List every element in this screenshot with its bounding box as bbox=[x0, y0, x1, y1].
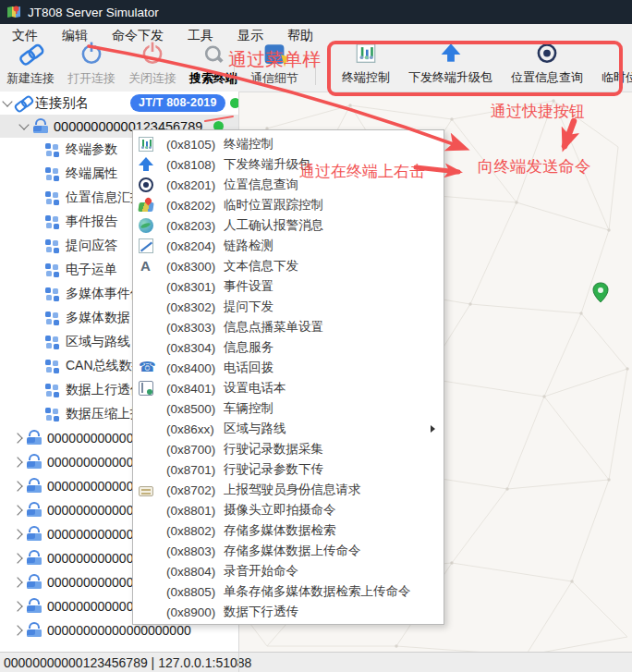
toolbar-button-label: 临时位置跟踪控制 bbox=[602, 69, 632, 86]
command-label: 设置电话本 bbox=[224, 380, 286, 397]
terminal-icon bbox=[27, 527, 42, 542]
context-menu-item[interactable]: (0x8300) 文本信息下发 bbox=[133, 256, 444, 276]
toolbar-button[interactable]: 下发终端升级包 bbox=[399, 48, 502, 91]
phone-icon bbox=[139, 360, 153, 375]
command-code: (0x8802) bbox=[166, 524, 224, 538]
context-menu-item[interactable]: (0x8700) 行驶记录数据采集 bbox=[133, 439, 444, 459]
context-menu-item[interactable]: (0x86xx) 区域与路线 bbox=[133, 419, 444, 439]
toolbar-button-label: 新建连接 bbox=[6, 70, 55, 87]
title-bar: JT808 Server Simulator bbox=[0, 0, 632, 24]
target-icon bbox=[139, 177, 153, 192]
context-menu-item[interactable]: (0x8202) 临时位置跟踪控制 bbox=[133, 195, 444, 215]
chevron-right-icon[interactable] bbox=[12, 553, 22, 563]
toolbar-button-label: 通信细节 bbox=[250, 70, 298, 87]
context-menu-item[interactable]: (0x8801) 摄像头立即拍摄命令 bbox=[133, 500, 444, 520]
tree-item-label: 终端参数 bbox=[66, 141, 117, 158]
context-menu-item[interactable]: (0x8301) 事件设置 bbox=[133, 276, 444, 297]
category-cubes-icon bbox=[44, 238, 59, 253]
context-menu-item[interactable]: (0x8303) 信息点播菜单设置 bbox=[133, 317, 444, 337]
globe-icon bbox=[139, 218, 153, 233]
sliders-icon bbox=[139, 137, 153, 152]
command-label: 录音开始命令 bbox=[224, 563, 298, 580]
chevron-right-icon[interactable] bbox=[12, 481, 22, 491]
chevron-right-icon[interactable] bbox=[12, 505, 22, 515]
tree-root-connection[interactable]: 连接别名 JT/T 808-2019 bbox=[0, 92, 238, 115]
command-code: (0x8108) bbox=[166, 158, 224, 172]
chevron-right-icon[interactable] bbox=[12, 601, 22, 611]
tree-item-label: 电子运单 bbox=[66, 262, 117, 278]
menu-icon-slot bbox=[139, 442, 153, 457]
connector-icon bbox=[21, 44, 41, 64]
online-status-dot bbox=[230, 98, 239, 108]
context-menu-item[interactable]: (0x8105) 终端控制 bbox=[133, 134, 444, 154]
menu-icon-slot bbox=[139, 422, 153, 436]
menu-icon-slot bbox=[139, 584, 153, 599]
menu-icon-slot bbox=[139, 605, 153, 619]
context-menu-item[interactable]: (0x8201) 位置信息查询 bbox=[133, 175, 444, 195]
context-menu-item[interactable]: (0x8802) 存储多媒体数据检索 bbox=[133, 520, 444, 541]
chevron-right-icon[interactable] bbox=[12, 457, 22, 467]
command-code: (0x8300) bbox=[166, 260, 224, 274]
status-bar-divider bbox=[238, 653, 239, 672]
context-menu-item[interactable]: (0x8108) 下发终端升级包 bbox=[133, 154, 444, 175]
menu-icon-slot bbox=[139, 462, 153, 477]
tree-item-label: 提问应答 bbox=[66, 238, 117, 254]
command-label: 存储多媒体数据检索 bbox=[224, 522, 336, 539]
toolbar-button-label: 搜索终端 bbox=[189, 70, 237, 87]
category-cubes-icon bbox=[44, 214, 59, 229]
toolbar-button[interactable]: 位置信息查询 bbox=[502, 48, 592, 91]
command-code: (0x8400) bbox=[166, 361, 224, 375]
context-menu-item[interactable]: (0x8804) 录音开始命令 bbox=[133, 561, 444, 581]
terminal-context-menu: (0x8105) 终端控制 (0x8108) 下发终端升级包 (0x8201) … bbox=[132, 129, 444, 625]
command-label: 提问下发 bbox=[224, 299, 273, 315]
command-label: 存储多媒体数据上传命令 bbox=[224, 543, 361, 559]
toolbar-button[interactable]: 新建连接 bbox=[0, 48, 61, 92]
toolbar-button[interactable]: 通信细节 bbox=[244, 48, 305, 92]
terminal-icon bbox=[27, 503, 42, 518]
command-code: (0x8303) bbox=[166, 321, 224, 335]
chevron-right-icon[interactable] bbox=[12, 625, 22, 635]
menu-icon-slot bbox=[139, 544, 153, 558]
context-menu-item[interactable]: (0x8702) 上报驾驶员身份信息请求 bbox=[133, 480, 444, 500]
command-label: 链路检测 bbox=[224, 238, 273, 254]
category-cubes-icon bbox=[44, 383, 59, 397]
toolbar-button-label: 打开连接 bbox=[67, 70, 115, 87]
terminal-icon bbox=[33, 119, 48, 134]
toolbar-button-label: 位置信息查询 bbox=[511, 69, 583, 86]
context-menu-item[interactable]: (0x8204) 链路检测 bbox=[133, 236, 444, 256]
context-menu-item[interactable]: (0x8203) 人工确认报警消息 bbox=[133, 215, 444, 236]
context-menu-item[interactable]: (0x8803) 存储多媒体数据上传命令 bbox=[133, 541, 444, 561]
context-menu-item[interactable]: (0x8304) 信息服务 bbox=[133, 337, 444, 358]
context-menu-item[interactable]: (0x8701) 行驶记录参数下传 bbox=[133, 459, 444, 480]
category-cubes-icon bbox=[44, 311, 59, 325]
context-menu-item[interactable]: (0x8805) 单条存储多媒体数据检索上传命令 bbox=[133, 581, 444, 602]
category-cubes-icon bbox=[44, 407, 59, 422]
menu-icon-slot bbox=[139, 523, 153, 538]
toolbar-button[interactable]: 搜索终端 bbox=[183, 48, 244, 92]
menu-bar-item[interactable]: 命令下发 bbox=[100, 24, 176, 49]
toolbar-button[interactable]: 临时位置跟踪控制 bbox=[592, 48, 632, 91]
chevron-down-icon[interactable] bbox=[2, 96, 12, 106]
command-code: (0x8304) bbox=[166, 341, 224, 355]
menu-icon-slot bbox=[139, 401, 153, 416]
chevron-right-icon[interactable] bbox=[12, 577, 22, 587]
context-menu-item[interactable]: (0x8400) 电话回拨 bbox=[133, 358, 444, 378]
connection-alias-label: 连接别名 bbox=[35, 94, 89, 112]
tree-item-label: 终端属性 bbox=[66, 165, 117, 182]
command-label: 上报驾驶员身份信息请求 bbox=[224, 482, 361, 498]
command-label: 数据下行透传 bbox=[224, 604, 298, 620]
command-label: 位置信息查询 bbox=[224, 177, 298, 193]
context-menu-item[interactable]: (0x8401) 设置电话本 bbox=[133, 378, 444, 398]
chevron-right-icon[interactable] bbox=[12, 529, 22, 539]
toolbar-button[interactable]: 打开连接 bbox=[61, 48, 122, 92]
map-marker-icon bbox=[593, 283, 608, 302]
command-code: (0x8500) bbox=[166, 402, 224, 416]
chevron-down-icon[interactable] bbox=[18, 119, 29, 129]
chevron-right-icon[interactable] bbox=[12, 433, 22, 443]
context-menu-item[interactable]: (0x8500) 车辆控制 bbox=[133, 398, 444, 419]
toolbar-button[interactable]: 关闭连接 bbox=[122, 48, 183, 92]
context-menu-item[interactable]: (0x8900) 数据下行透传 bbox=[133, 602, 444, 622]
toolbar-button[interactable]: 终端控制 bbox=[333, 48, 399, 91]
up-arrow-icon bbox=[139, 157, 153, 172]
context-menu-item[interactable]: (0x8302) 提问下发 bbox=[133, 297, 444, 317]
